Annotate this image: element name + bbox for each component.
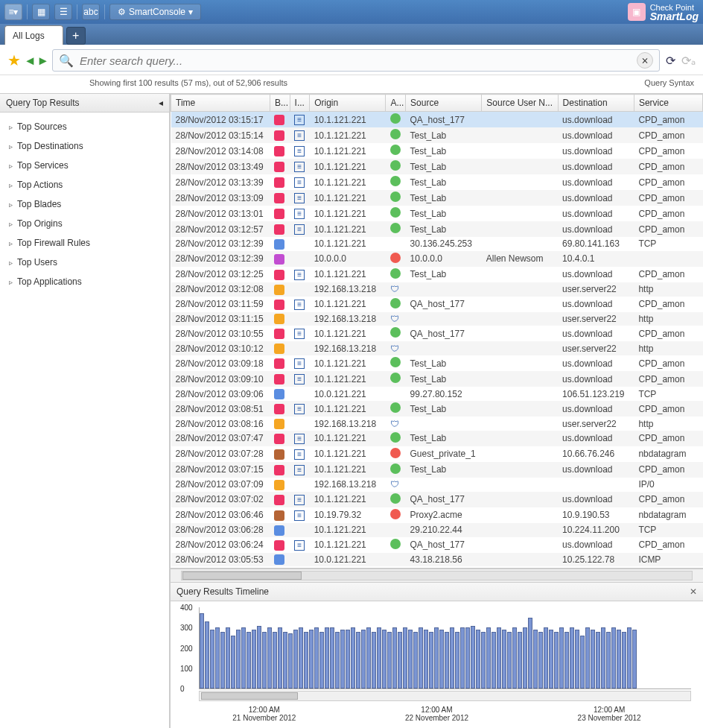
timeline-bar[interactable] xyxy=(403,627,407,689)
timeline-chart[interactable]: 0100200300400 xyxy=(199,607,691,689)
timeline-bar[interactable] xyxy=(398,632,402,689)
table-row[interactable]: 28/Nov/2012 03:14:0810.1.121.221Test_Lab… xyxy=(171,143,703,159)
table-row[interactable]: 28/Nov/2012 03:07:0210.1.121.221QA_host_… xyxy=(171,492,703,507)
timeline-bar[interactable] xyxy=(445,632,449,689)
timeline-bar[interactable] xyxy=(538,632,543,689)
timeline-bar[interactable] xyxy=(518,632,522,689)
timeline-bar[interactable] xyxy=(544,627,548,689)
favorite-icon[interactable]: ★ xyxy=(7,51,21,69)
timeline-bar[interactable] xyxy=(231,636,235,689)
auto-refresh-button[interactable]: ⟳ₐ xyxy=(681,54,696,68)
nav-back-button[interactable]: ◂ xyxy=(27,52,34,69)
column-header[interactable]: Source User N... xyxy=(482,95,558,112)
table-row[interactable]: 28/Nov/2012 03:11:15192.168.13.218user.s… xyxy=(171,312,703,326)
table-row[interactable]: 28/Nov/2012 03:09:1010.1.121.221Test_Lab… xyxy=(171,371,703,387)
view-list-button[interactable]: ☰ xyxy=(54,4,72,20)
timeline-bar[interactable] xyxy=(502,630,506,689)
timeline-bar[interactable] xyxy=(486,627,491,689)
timeline-bar[interactable] xyxy=(434,627,439,689)
view-grid-button[interactable]: ▦ xyxy=(32,4,50,20)
abc-button[interactable]: abc xyxy=(82,4,100,20)
timeline-bar[interactable] xyxy=(455,632,459,689)
timeline-bar[interactable] xyxy=(419,627,423,689)
timeline-bar[interactable] xyxy=(408,630,413,689)
timeline-bar[interactable] xyxy=(283,632,287,689)
timeline-bar[interactable] xyxy=(481,632,486,689)
table-row[interactable]: 28/Nov/2012 03:06:4610.19.79.32Proxy2.ac… xyxy=(171,507,703,523)
timeline-bar[interactable] xyxy=(429,632,433,689)
timeline-bar[interactable] xyxy=(200,613,204,689)
column-header[interactable]: Time xyxy=(171,95,270,112)
timeline-bar[interactable] xyxy=(387,632,392,689)
table-row[interactable]: 28/Nov/2012 03:06:2810.1.121.22129.210.2… xyxy=(171,523,703,537)
table-row[interactable]: 28/Nov/2012 03:10:5510.1.121.221QA_host_… xyxy=(171,326,703,341)
timeline-bar[interactable] xyxy=(575,630,579,689)
sidebar-item[interactable]: ▹Top Blades xyxy=(0,194,169,214)
column-header[interactable]: A... xyxy=(386,95,406,112)
timeline-bar[interactable] xyxy=(476,630,480,689)
sidebar-item[interactable]: ▹Top Origins xyxy=(0,214,169,233)
timeline-bar[interactable] xyxy=(606,632,611,689)
table-row[interactable]: 28/Nov/2012 03:13:0110.1.121.221Test_Lab… xyxy=(171,206,703,221)
timeline-bar[interactable] xyxy=(366,627,371,689)
table-row[interactable]: 28/Nov/2012 03:08:16192.168.13.218user.s… xyxy=(171,417,703,431)
timeline-bar[interactable] xyxy=(424,630,428,689)
timeline-bar[interactable] xyxy=(596,632,600,689)
timeline-bar[interactable] xyxy=(528,618,532,689)
timeline-bar[interactable] xyxy=(262,632,267,689)
timeline-bar[interactable] xyxy=(309,630,314,689)
column-header[interactable]: I... xyxy=(290,95,310,112)
timeline-bar[interactable] xyxy=(257,626,261,689)
timeline-bar[interactable] xyxy=(554,632,559,689)
timeline-bar[interactable] xyxy=(330,627,334,689)
table-row[interactable]: 28/Nov/2012 03:11:5910.1.121.221QA_host_… xyxy=(171,297,703,312)
timeline-bar[interactable] xyxy=(314,627,319,689)
timeline-bar[interactable] xyxy=(377,627,381,689)
search-input[interactable] xyxy=(78,54,632,68)
timeline-bar[interactable] xyxy=(523,627,527,689)
sidebar-item[interactable]: ▹Top Firewall Rules xyxy=(0,233,169,253)
tab-all-logs[interactable]: All Logs xyxy=(4,25,63,45)
table-row[interactable]: 28/Nov/2012 03:07:09192.168.13.218IP/0 xyxy=(171,478,703,492)
search-box[interactable]: 🔍 ⨯ xyxy=(52,49,660,72)
table-row[interactable]: 28/Nov/2012 03:07:4710.1.121.221Test_Lab… xyxy=(171,431,703,446)
table-row[interactable]: 28/Nov/2012 03:15:1410.1.121.221Test_Lab… xyxy=(171,127,703,143)
table-row[interactable]: 28/Nov/2012 03:12:3910.0.0.010.0.0.0Alle… xyxy=(171,251,703,267)
timeline-bar[interactable] xyxy=(278,627,282,689)
timeline-bar[interactable] xyxy=(293,630,298,689)
table-row[interactable]: 28/Nov/2012 03:12:08192.168.13.218user.s… xyxy=(171,282,703,297)
timeline-bar[interactable] xyxy=(507,632,512,689)
timeline-bar[interactable] xyxy=(299,627,303,689)
table-row[interactable]: 28/Nov/2012 03:10:12192.168.13.218user.s… xyxy=(171,341,703,355)
table-row[interactable]: 28/Nov/2012 03:12:3910.1.121.22130.136.2… xyxy=(171,237,703,251)
timeline-bar[interactable] xyxy=(273,632,277,689)
timeline-scrollbar[interactable] xyxy=(199,691,691,701)
timeline-bar[interactable] xyxy=(471,626,475,689)
table-row[interactable]: 28/Nov/2012 03:13:4910.1.121.221Test_Lab… xyxy=(171,159,703,174)
column-header[interactable]: Origin xyxy=(310,95,386,112)
search-clear-button[interactable]: ⨯ xyxy=(637,52,653,69)
sidebar-item[interactable]: ▹Top Users xyxy=(0,253,169,272)
refresh-button[interactable]: ⟳ xyxy=(666,54,675,68)
timeline-bar[interactable] xyxy=(627,627,632,689)
timeline-bar[interactable] xyxy=(288,633,293,689)
timeline-bar[interactable] xyxy=(512,627,517,689)
nav-forward-button[interactable]: ▸ xyxy=(39,52,46,69)
table-row[interactable]: 28/Nov/2012 03:13:3910.1.121.221Test_Lab… xyxy=(171,174,703,190)
sidebar-item[interactable]: ▹Top Sources xyxy=(0,117,169,136)
menu-button[interactable]: ≡▾ xyxy=(4,4,22,20)
timeline-bar[interactable] xyxy=(622,632,626,689)
timeline-bar[interactable] xyxy=(356,632,360,689)
sidebar-item[interactable]: ▹Top Services xyxy=(0,156,169,175)
timeline-bar[interactable] xyxy=(392,627,397,689)
column-header[interactable]: Service xyxy=(634,95,702,112)
timeline-bar[interactable] xyxy=(632,630,637,689)
timeline-bar[interactable] xyxy=(559,627,564,689)
timeline-bar[interactable] xyxy=(533,630,538,689)
table-row[interactable]: 28/Nov/2012 03:07:1510.1.121.221Test_Lab… xyxy=(171,462,703,478)
timeline-bar[interactable] xyxy=(215,627,220,689)
timeline-bar[interactable] xyxy=(220,632,225,689)
timeline-bar[interactable] xyxy=(246,632,251,689)
sidebar-item[interactable]: ▹Top Applications xyxy=(0,272,169,291)
timeline-bar[interactable] xyxy=(601,627,605,689)
